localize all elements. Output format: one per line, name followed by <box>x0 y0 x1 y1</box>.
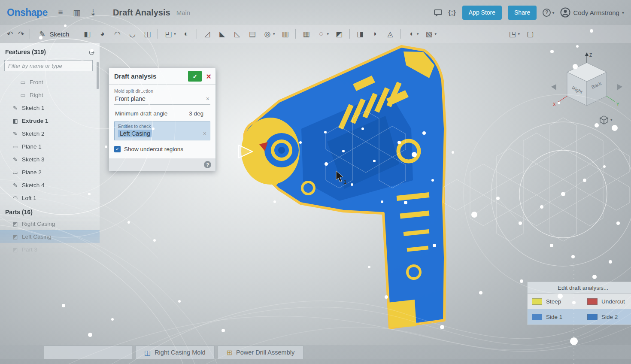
fillet-tool[interactable]: ◿ <box>203 30 212 39</box>
transform-icon: ◨ <box>355 30 365 39</box>
features-title: Features (319) <box>5 49 46 55</box>
move-face-tool[interactable]: ◗ <box>370 30 380 38</box>
circular-pattern-tool[interactable]: ◌▾ <box>316 30 329 38</box>
part-item-right-casing[interactable]: ◩Right Casing <box>0 217 100 230</box>
offset-surface-tool[interactable]: ◖▾ <box>407 30 419 38</box>
onshape-logo[interactable]: Onshape <box>7 7 48 18</box>
show-undercut-label: Show undercut regions <box>124 146 183 152</box>
draft-tool[interactable]: ◺ <box>233 30 242 39</box>
comments-icon[interactable] <box>434 9 442 15</box>
redo-button[interactable]: ↷ <box>18 30 24 39</box>
surface-tools-tool[interactable]: ▧▾ <box>424 30 437 39</box>
toolbar-separator <box>197 29 197 39</box>
feature-item-plane-2[interactable]: ▭Plane 2 <box>0 166 100 179</box>
sketch-button[interactable]: ✎ Sketch <box>38 30 70 39</box>
legend-label: Undercut <box>601 298 625 305</box>
clear-mold-split-icon[interactable]: × <box>206 95 209 102</box>
tab-partial[interactable] <box>44 346 132 359</box>
clear-entities-icon[interactable]: × <box>203 130 206 137</box>
dialog-help-icon[interactable]: ? <box>204 161 211 168</box>
edit-draft-analysis-button[interactable]: Edit draft analysis... <box>528 282 631 294</box>
feature-item-sketch-3[interactable]: ✎Sketch 3 <box>0 153 100 166</box>
tab-power-drill-assembly[interactable]: ⊞Power Drill Assembly <box>218 346 304 359</box>
revolve-tool[interactable]: ◕ <box>97 30 107 38</box>
plane-icon: ▭ <box>20 79 26 85</box>
undo-button[interactable]: ↶ <box>7 30 13 39</box>
toolbar-separator <box>400 29 401 39</box>
sketch-icon: ✎ <box>12 156 18 163</box>
feature-item-front[interactable]: ▭Front <box>0 76 100 88</box>
draft-direction-arrow <box>239 145 252 158</box>
hamburger-menu-icon[interactable]: ≡ <box>55 8 66 17</box>
assembly-icon: ⊞ <box>227 349 232 357</box>
feature-item-extrude-1[interactable]: ◧Extrude 1 <box>0 114 100 127</box>
legend-swatch <box>587 314 598 320</box>
extrude-tool[interactable]: ◧ <box>82 30 92 39</box>
sweep-tool[interactable]: ◠ <box>112 30 122 39</box>
feature-item-loft-1[interactable]: ◠Loft 1 <box>0 191 100 204</box>
feature-item-plane-1[interactable]: ▭Plane 1 <box>0 140 100 153</box>
hole-tool[interactable]: ◎▾ <box>263 30 275 39</box>
dialog-cancel-button[interactable]: × <box>206 72 211 81</box>
sketch-icon: ✎ <box>12 182 18 188</box>
split-tool[interactable]: ◰▾ <box>164 30 176 39</box>
dialog-accept-button[interactable]: ✓ <box>188 71 202 82</box>
share-button[interactable]: Share <box>508 6 537 20</box>
selection-frame-tool[interactable]: ◳▾ <box>507 30 520 39</box>
sketch-pencil-icon: ✎ <box>38 30 47 39</box>
named-views-tool[interactable]: ▢ <box>525 30 535 39</box>
view-cube[interactable]: Right Back Z X Y <box>546 51 628 115</box>
thicken-tool[interactable]: ◫ <box>143 30 152 39</box>
feature-toolbar: ↶ ↷ ✎ Sketch ◧◕◠◡◫◰▾◐◿◣◺▤◎▾▥▦◌▾◩◨◗◬◖▾▧▾◳… <box>0 25 631 43</box>
mirror-tool[interactable]: ◩ <box>334 30 344 39</box>
rollback-clock-icon[interactable]: ◷ <box>89 48 94 56</box>
feature-item-sketch-1[interactable]: ✎Sketch 1 <box>0 101 100 114</box>
loft-tool[interactable]: ◡ <box>127 30 137 39</box>
featurescript-icon[interactable]: {;} <box>448 9 456 16</box>
entities-value[interactable]: Left Casing <box>118 130 152 137</box>
rib-icon: ▥ <box>280 30 290 39</box>
legend-label: Steep <box>546 298 561 305</box>
app-store-button[interactable]: App Store <box>462 6 502 20</box>
insert-icon[interactable]: ⇣ <box>88 8 98 18</box>
part-item-part-3[interactable]: ◩Part 3 <box>0 243 100 256</box>
chamfer-tool[interactable]: ◣ <box>218 30 227 39</box>
part-item-left-casing[interactable]: ◩Left Casing <box>0 230 100 243</box>
tab-right-casing-mold[interactable]: ◫Right Casing Mold <box>135 346 215 359</box>
feature-item-sketch-4[interactable]: ✎Sketch 4 <box>0 179 100 191</box>
show-undercut-checkbox-row[interactable]: ✓ Show undercut regions <box>114 146 210 152</box>
legend-item-side-2: Side 2 <box>583 309 631 325</box>
boolean-icon: ◐ <box>182 30 191 38</box>
feature-item-sketch-2[interactable]: ✎Sketch 2 <box>0 127 100 140</box>
shell-tool[interactable]: ▤ <box>248 30 257 39</box>
feature-item-right[interactable]: ▭Right <box>0 88 100 101</box>
boolean-tool[interactable]: ◐ <box>182 30 191 38</box>
versions-icon[interactable]: ▥ <box>72 8 82 18</box>
legend-swatch <box>532 314 542 320</box>
circular-pattern-icon: ◌ <box>316 30 326 38</box>
mold-split-field[interactable]: Front plane × <box>114 94 210 105</box>
parts-list: ◩Right Casing◩Left Casing◩Part 3 <box>0 217 100 256</box>
user-menu[interactable]: Cody Armstrong ▾ <box>560 7 624 18</box>
rib-tool[interactable]: ▥ <box>280 30 290 39</box>
feature-item-label: Sketch 3 <box>22 156 45 163</box>
thicken-icon: ◫ <box>143 30 152 39</box>
sketch-icon: ✎ <box>12 105 18 111</box>
legend-item-undercut: Undercut <box>583 294 631 309</box>
fillet-icon: ◿ <box>203 30 212 39</box>
feature-filter-input[interactable] <box>4 60 93 71</box>
x-axis-label: X <box>553 102 556 107</box>
shell-icon: ▤ <box>248 30 257 39</box>
linear-pattern-tool[interactable]: ▦ <box>301 30 311 39</box>
features-scrollbar[interactable] <box>97 62 99 89</box>
view-options-button[interactable]: ▾ <box>599 115 613 124</box>
min-angle-value[interactable]: 3 deg <box>189 110 203 117</box>
transform-tool[interactable]: ◨ <box>355 30 365 39</box>
delete-part-icon: ◬ <box>385 30 395 39</box>
help-menu[interactable]: ? ▾ <box>543 9 554 17</box>
delete-part-tool[interactable]: ◬ <box>385 30 395 39</box>
workspace-name[interactable]: Main <box>176 9 191 16</box>
entities-field[interactable]: Entities to check Left Casing × <box>114 121 210 140</box>
checkbox-checked-icon[interactable]: ✓ <box>114 146 121 152</box>
revolve-icon: ◕ <box>97 30 107 38</box>
